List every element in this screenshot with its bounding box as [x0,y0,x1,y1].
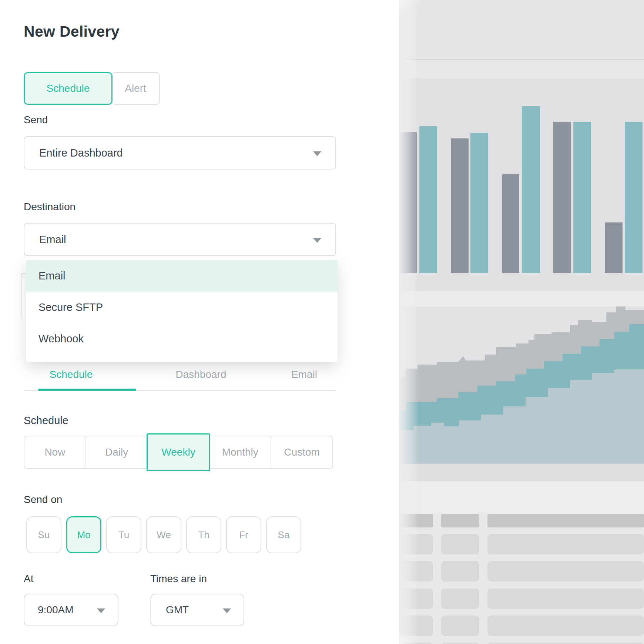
toggle-alert-button[interactable]: Alert [111,72,160,105]
dashboard-header-band [399,0,644,59]
day-we-label: We [157,529,171,541]
day-button-we[interactable]: We [146,516,181,553]
table-cell [487,561,644,581]
timezone-select-value: GMT [166,604,189,616]
frequency-custom[interactable]: Custom [271,436,332,468]
table-cell [441,534,479,554]
new-delivery-panel: New Delivery Alert Schedule Send Entire … [0,0,399,644]
send-label: Send [24,114,48,126]
day-button-sa[interactable]: Sa [266,516,301,553]
send-select-value: Entire Dashboard [39,147,123,159]
day-button-fr[interactable]: Fr [226,516,261,553]
bar-chart-footer-band [399,273,644,291]
frequency-now[interactable]: Now [24,436,85,468]
background-area-chart [399,306,644,464]
tab-schedule-label: Schedule [50,369,93,380]
tab-schedule[interactable]: Schedule [50,369,93,380]
active-tab-underline [38,389,136,391]
destination-select[interactable]: Email [24,223,336,256]
tab-dashboard-label: Dashboard [176,369,227,380]
panel-gap-lane [399,291,644,306]
bar-gray [502,174,519,273]
day-button-mo[interactable]: Mo [66,516,101,553]
dashboard-subheader-band [399,60,644,78]
table-cell [441,643,479,644]
schedule-section-label: Schedule [24,415,68,427]
toggle-schedule-button[interactable]: Schedule [24,72,113,105]
table-header-cell [487,514,644,527]
day-su-label: Su [38,529,50,541]
bar-teal [470,133,488,273]
day-button-su[interactable]: Su [26,516,61,553]
day-mo-label: Mo [77,529,90,541]
bar-teal [419,126,437,273]
day-button-th[interactable]: Th [186,516,221,553]
screen: New Delivery Alert Schedule Send Entire … [0,0,644,644]
frequency-monthly[interactable]: Monthly [209,436,271,468]
tab-email[interactable]: Email [291,369,317,380]
timezone-label: Times are in [150,573,207,585]
bar-gray [451,138,469,273]
at-label: At [24,573,33,585]
table-header-cell [441,514,479,527]
frequency-daily[interactable]: Daily [85,436,147,468]
frequency-now-label: Now [44,446,65,458]
toggle-schedule-label: Schedule [47,83,90,94]
table-cell [441,588,479,609]
table-cell [487,616,644,636]
tab-dashboard[interactable]: Dashboard [176,369,227,380]
chevron-down-icon [223,608,231,613]
area-chart-footer-band [399,464,644,481]
destination-dropdown-menu: Email Secure SFTP Webhook [26,258,338,362]
day-fr-label: Fr [239,529,248,541]
bar-gray [553,122,571,273]
table-cell [487,534,644,554]
bar-teal [522,106,540,273]
destination-label: Destination [24,201,76,213]
menu-item-secure-sftp[interactable]: Secure SFTP [26,292,338,323]
time-select-value: 9:00AM [38,604,74,616]
bar-teal [573,122,591,273]
frequency-monthly-label: Monthly [222,446,258,458]
menu-item-email-label: Email [38,270,66,282]
chevron-down-icon [97,608,105,613]
destination-select-value: Email [39,234,66,246]
chevron-down-icon [313,151,321,156]
day-sa-label: Sa [278,529,290,541]
timezone-select[interactable]: GMT [150,594,244,626]
menu-item-webhook[interactable]: Webhook [26,323,338,355]
menu-item-webhook-label: Webhook [38,333,84,345]
frequency-custom-label: Custom [284,446,319,458]
tab-email-label: Email [291,369,317,380]
day-button-tu[interactable]: Tu [106,516,141,553]
chevron-down-icon [313,238,321,243]
send-on-label: Send on [24,494,62,506]
frequency-daily-label: Daily [105,446,128,458]
frequency-weekly-label: Weekly [161,446,195,458]
day-tu-label: Tu [118,529,129,541]
panel-gap-lane-2 [399,481,644,513]
page-title: New Delivery [24,23,120,40]
background-dashboard [399,0,644,644]
menu-item-secure-sftp-label: Secure SFTP [38,301,103,313]
panel-edge-fade [399,0,419,644]
send-select[interactable]: Entire Dashboard [24,136,336,170]
time-select[interactable]: 9:00AM [24,594,118,626]
bar-gray [605,222,623,273]
table-cell [487,643,644,644]
menu-item-email[interactable]: Email [26,260,338,292]
table-cell [487,588,644,609]
day-th-label: Th [198,529,209,541]
table-cell [441,616,479,636]
frequency-weekly[interactable]: Weekly [147,433,210,471]
bar-teal [625,122,643,273]
table-cell [441,561,479,581]
toggle-alert-label: Alert [125,83,146,94]
